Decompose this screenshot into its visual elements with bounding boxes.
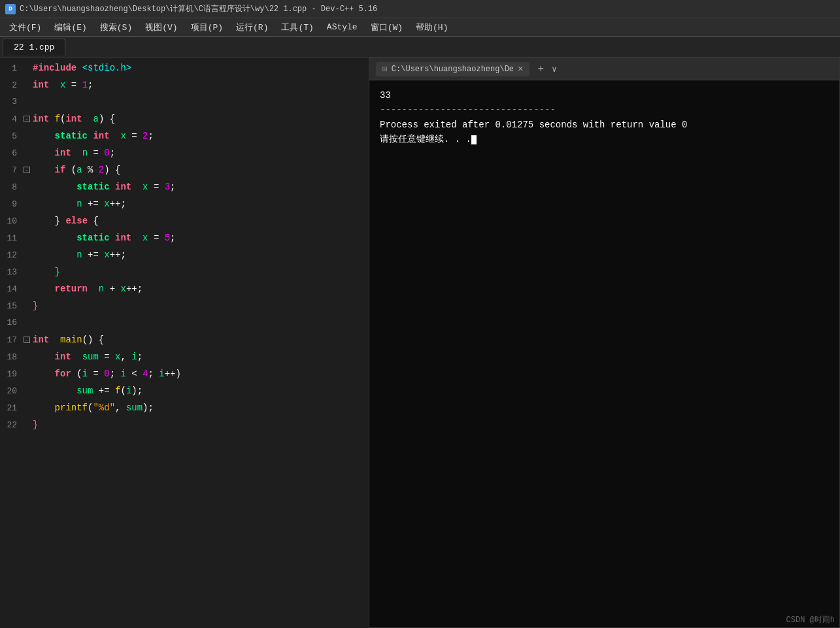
window-title: C:\Users\huangshaozheng\Desktop\计算机\C语言程… xyxy=(20,3,377,14)
terminal-continue-prompt: 请按任意键继续. . . xyxy=(380,132,829,146)
terminal-cursor xyxy=(471,135,477,144)
code-line-4: 4 - int f(int a) { xyxy=(0,114,366,131)
watermark: CSDN @时雨h xyxy=(786,614,835,625)
menu-search[interactable]: 搜索(S) xyxy=(93,19,139,36)
title-bar: D C:\Users\huangshaozheng\Desktop\计算机\C语… xyxy=(0,0,840,18)
code-line-6: 6 int n = 0; xyxy=(0,148,366,165)
code-line-2: 2 int x = 1; xyxy=(0,80,366,97)
main-area: 1 #include <stdio.h> 2 int x = 1; 3 4 - … xyxy=(0,58,840,628)
code-line-7: 7 - if (a % 2) { xyxy=(0,165,366,182)
terminal-chevron-icon[interactable]: ∨ xyxy=(552,64,557,74)
code-line-13: 13 } xyxy=(0,267,366,284)
code-line-20: 20 sum += f(i); xyxy=(0,386,366,403)
terminal-separator: -------------------------------- xyxy=(380,103,829,117)
menu-run[interactable]: 运行(R) xyxy=(229,19,275,36)
terminal-tab[interactable]: ⊡ C:\Users\huangshaozheng\De × xyxy=(376,62,529,76)
terminal-close-button[interactable]: × xyxy=(518,64,523,74)
code-line-3: 3 xyxy=(0,97,366,114)
menu-file[interactable]: 文件(F) xyxy=(3,19,48,36)
menu-help[interactable]: 帮助(H) xyxy=(409,19,454,36)
terminal-titlebar: ⊡ C:\Users\huangshaozheng\De × + ∨ xyxy=(369,58,839,80)
tab-bar: 22 1.cpp xyxy=(0,37,840,58)
code-line-16: 16 xyxy=(0,318,366,335)
terminal-output-number: 33 xyxy=(380,88,829,103)
menu-tools[interactable]: 工具(T) xyxy=(275,19,320,36)
terminal-content: 33 -------------------------------- Proc… xyxy=(369,80,839,627)
menu-window[interactable]: 窗口(W) xyxy=(364,19,409,36)
code-line-21: 21 printf("%d", sum); xyxy=(0,403,366,420)
terminal-panel: ⊡ C:\Users\huangshaozheng\De × + ∨ 33 --… xyxy=(369,58,840,628)
menu-project[interactable]: 项目(P) xyxy=(184,19,229,36)
terminal-tab-label: C:\Users\huangshaozheng\De xyxy=(392,65,514,74)
code-line-14: 14 return n + x++; xyxy=(0,284,366,301)
code-line-22: 22 } xyxy=(0,420,366,437)
code-line-15: 15 } xyxy=(0,301,366,318)
code-line-10: 10 } else { xyxy=(0,216,366,233)
code-line-18: 18 int sum = x, i; xyxy=(0,352,366,369)
menu-astyle[interactable]: AStyle xyxy=(320,20,364,35)
file-tab[interactable]: 22 1.cpp xyxy=(3,39,65,56)
code-line-19: 19 for (i = 0; i < 4; i++) xyxy=(0,369,366,386)
code-line-8: 8 static int x = 3; xyxy=(0,182,366,199)
code-line-1: 1 #include <stdio.h> xyxy=(0,63,366,80)
terminal-process-line: Process exited after 0.01275 seconds wit… xyxy=(380,118,829,132)
menu-view[interactable]: 视图(V) xyxy=(139,19,184,36)
terminal-add-button[interactable]: + xyxy=(535,63,546,75)
code-line-5: 5 static int x = 2; xyxy=(0,131,366,148)
code-line-9: 9 n += x++; xyxy=(0,199,366,216)
app-icon: D xyxy=(5,4,16,14)
menu-edit[interactable]: 编辑(E) xyxy=(48,19,93,36)
code-editor: 1 #include <stdio.h> 2 int x = 1; 3 4 - … xyxy=(0,58,366,628)
code-line-12: 12 n += x++; xyxy=(0,250,366,267)
code-line-11: 11 static int x = 5; xyxy=(0,233,366,250)
menu-bar: 文件(F) 编辑(E) 搜索(S) 视图(V) 项目(P) 运行(R) 工具(T… xyxy=(0,18,840,37)
code-line-17: 17 - int main() { xyxy=(0,335,366,352)
